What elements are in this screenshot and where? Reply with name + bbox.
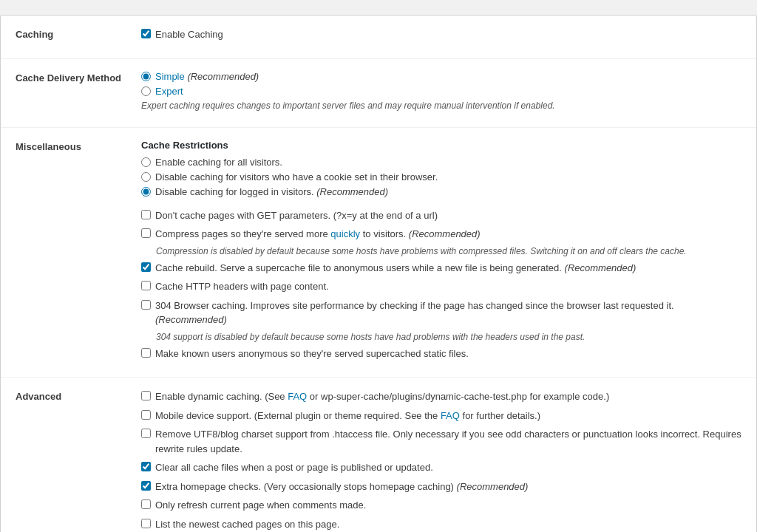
advanced-section: Advanced Enable dynamic caching. (See FA… (1, 378, 756, 532)
mobile-support-label: Mobile device support. (External plugin … (155, 409, 540, 423)
anon-users-label: Make known users anonymous so they're se… (155, 347, 469, 361)
all-visitors-radio[interactable] (141, 157, 151, 167)
cache-delivery-section: Cache Delivery Method Simple (Recommende… (1, 59, 756, 128)
mobile-support-option[interactable]: Mobile device support. (External plugin … (141, 409, 741, 423)
logged-in-option[interactable]: Disable caching for logged in visitors. … (141, 186, 741, 197)
expert-radio[interactable] (141, 86, 151, 96)
dynamic-caching-checkbox[interactable] (141, 391, 151, 400)
mobile-faq-link[interactable]: FAQ (441, 410, 460, 421)
advanced-content: Enable dynamic caching. (See FAQ or wp-s… (141, 389, 741, 532)
cache-restrictions-title: Cache Restrictions (141, 140, 741, 151)
simple-radio[interactable] (141, 72, 151, 81)
expert-link[interactable]: Expert (155, 86, 183, 97)
caching-section: Caching Enable Caching (1, 16, 756, 59)
compress-label: Compress pages so they're served more qu… (155, 227, 481, 242)
http-headers-checkbox[interactable] (141, 281, 151, 290)
cache-delivery-content: Simple (Recommended) Expert Expert cachi… (141, 71, 741, 115)
logged-in-label: Disable caching for logged in visitors. … (155, 186, 388, 197)
expert-label: Expert (155, 86, 183, 97)
cache-delivery-note: Expert caching requires changes to impor… (141, 100, 741, 111)
cache-rebuild-option[interactable]: Cache rebuild. Serve a supercache file t… (141, 261, 741, 276)
clear-all-option[interactable]: Clear all cache files when a post or pag… (141, 460, 741, 475)
compress-option[interactable]: Compress pages so they're served more qu… (141, 227, 741, 242)
list-cached-checkbox[interactable] (141, 519, 151, 528)
list-cached-option[interactable]: List the newest cached pages on this pag… (141, 517, 741, 532)
compress-checkbox[interactable] (141, 228, 151, 238)
cache-rebuild-checkbox[interactable] (141, 262, 151, 272)
refresh-current-checkbox[interactable] (141, 499, 151, 509)
cache-rebuild-label: Cache rebuild. Serve a supercache file t… (155, 261, 636, 276)
extra-homepage-label: Extra homepage checks. (Very occasionall… (155, 480, 528, 494)
cookie-visitors-radio[interactable] (141, 172, 151, 182)
extra-homepage-option[interactable]: Extra homepage checks. (Very occasionall… (141, 480, 741, 494)
all-visitors-option[interactable]: Enable caching for all visitors. (141, 157, 741, 168)
simple-label: Simple (Recommended) (155, 71, 259, 82)
get-params-label: Don't cache pages with GET parameters. (… (155, 208, 438, 223)
caching-label: Caching (16, 27, 141, 40)
clear-all-checkbox[interactable] (141, 462, 151, 471)
browser-caching-note: 304 support is disabled by default becau… (141, 330, 741, 344)
refresh-current-label: Only refresh current page when comments … (155, 498, 366, 513)
caching-content: Enable Caching (141, 27, 741, 47)
refresh-current-option[interactable]: Only refresh current page when comments … (141, 498, 741, 513)
list-cached-label: List the newest cached pages on this pag… (155, 517, 339, 532)
miscellaneous-label: Miscellaneous (16, 140, 141, 152)
simple-link[interactable]: Simple (155, 71, 185, 82)
cookie-visitors-label: Disable caching for visitors who have a … (155, 171, 438, 183)
utf8-option[interactable]: Remove UTF8/blog charset support from .h… (141, 427, 741, 456)
http-headers-label: Cache HTTP headers with page content. (155, 279, 329, 294)
mobile-support-checkbox[interactable] (141, 410, 151, 420)
extra-homepage-checkbox[interactable] (141, 481, 151, 491)
all-visitors-label: Enable caching for all visitors. (155, 157, 282, 168)
miscellaneous-section: Miscellaneous Cache Restrictions Enable … (1, 128, 756, 378)
enable-caching-option[interactable]: Enable Caching (141, 27, 741, 42)
browser-caching-option[interactable]: 304 Browser caching. Improves site perfo… (141, 299, 741, 327)
cookie-visitors-option[interactable]: Disable caching for visitors who have a … (141, 171, 741, 183)
get-params-option[interactable]: Don't cache pages with GET parameters. (… (141, 208, 741, 223)
http-headers-option[interactable]: Cache HTTP headers with page content. (141, 279, 741, 294)
miscellaneous-content: Cache Restrictions Enable caching for al… (141, 140, 741, 366)
utf8-checkbox[interactable] (141, 429, 151, 438)
compress-note: Compression is disabled by default becau… (141, 245, 741, 258)
expert-option[interactable]: Expert (141, 86, 741, 97)
enable-caching-label: Enable Caching (155, 27, 223, 42)
cache-delivery-label: Cache Delivery Method (16, 71, 141, 83)
dynamic-caching-option[interactable]: Enable dynamic caching. (See FAQ or wp-s… (141, 389, 741, 404)
advanced-label: Advanced (16, 389, 141, 402)
compress-link[interactable]: quickly (330, 228, 360, 239)
enable-caching-checkbox[interactable] (141, 29, 151, 38)
utf8-label: Remove UTF8/blog charset support from .h… (155, 427, 741, 456)
get-params-checkbox[interactable] (141, 210, 151, 219)
clear-all-label: Clear all cache files when a post or pag… (155, 460, 433, 475)
browser-caching-checkbox[interactable] (141, 300, 151, 310)
dynamic-faq-link[interactable]: FAQ (288, 391, 307, 402)
browser-caching-label: 304 Browser caching. Improves site perfo… (155, 299, 741, 327)
logged-in-radio[interactable] (141, 187, 151, 197)
anon-users-checkbox[interactable] (141, 348, 151, 358)
dynamic-caching-label: Enable dynamic caching. (See FAQ or wp-s… (155, 389, 609, 404)
anon-users-option[interactable]: Make known users anonymous so they're se… (141, 347, 741, 361)
simple-option[interactable]: Simple (Recommended) (141, 71, 741, 82)
